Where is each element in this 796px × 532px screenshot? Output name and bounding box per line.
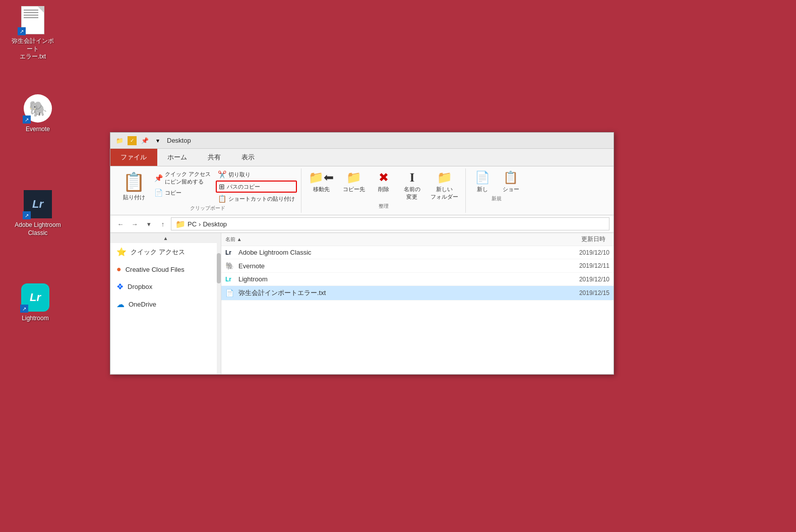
- address-bar: ← → ▾ ↑ 📁 PC › Desktop: [110, 215, 614, 233]
- delete-button[interactable]: ✖ 削除: [371, 169, 396, 194]
- sidebar-item-onedrive[interactable]: ☁ OneDrive: [110, 295, 221, 313]
- folder-icon: 📁: [114, 136, 125, 146]
- move-to-icon: 📁⬅: [309, 170, 334, 185]
- file-icon-yayoi: 📄: [225, 289, 235, 297]
- copy-icon: 📄: [154, 189, 163, 197]
- creative-cloud-label: Creative Cloud Files: [126, 266, 185, 273]
- sidebar-scrollbar-thumb[interactable]: [217, 253, 221, 283]
- sidebar-item-creative-cloud[interactable]: ● Creative Cloud Files: [110, 261, 221, 278]
- new-item-icon: 📄: [475, 170, 490, 185]
- ribbon-tabs: ファイル ホーム 共有 表示: [110, 149, 614, 166]
- main-content: ▲ ⭐ クイック アクセス ● Creative Cloud Files ❖ D…: [110, 233, 614, 374]
- sidebar-item-quick-access[interactable]: ⭐ クイック アクセス: [110, 243, 221, 261]
- copy-to-label: コピー先: [343, 186, 365, 193]
- paste-button[interactable]: 📋 貼り付け: [118, 169, 149, 203]
- file-row[interactable]: Lr Adobe Lightroom Classic 2019/12/10: [221, 246, 614, 259]
- organize-items: 📁⬅ 移動先 📁 コピー先 ✖ 削除 𝐈: [305, 169, 461, 202]
- path-copy-icon: ⊞: [219, 183, 225, 191]
- address-path[interactable]: 📁 PC › Desktop: [171, 217, 609, 230]
- rename-button[interactable]: 𝐈 名前の変更: [399, 169, 424, 202]
- shortcut-button[interactable]: 📋 ショー: [498, 169, 523, 194]
- sidebar-item-dropbox[interactable]: ❖ Dropbox: [110, 278, 221, 295]
- back-button[interactable]: ←: [114, 218, 127, 230]
- shortcut-arrow-evernote: ↗: [23, 115, 31, 124]
- dropdown-icon[interactable]: ▾: [153, 136, 163, 146]
- cut-icon: ✂️: [218, 170, 226, 179]
- copy-to-button[interactable]: 📁 コピー先: [340, 169, 368, 194]
- file-name-lightroom: Lightroom: [238, 275, 549, 283]
- dropbox-label: Dropbox: [128, 283, 152, 290]
- up-button[interactable]: ↑: [157, 218, 169, 230]
- ribbon-group-clipboard: 📋 貼り付け 📌 クイック アクセスにピン留めする 📄 コピ: [114, 168, 301, 213]
- new-item-button[interactable]: 📄 新し: [470, 169, 495, 194]
- organize-label: 整理: [379, 203, 389, 210]
- tab-file[interactable]: ファイル: [110, 149, 157, 166]
- shortcut-paste-label: ショートカットの貼り付け: [228, 195, 295, 203]
- paste-label: 貼り付け: [123, 194, 145, 201]
- path-desktop: Desktop: [203, 220, 227, 228]
- path-pc: PC: [188, 220, 197, 228]
- shortcut-arrow: ↗: [18, 27, 26, 35]
- col-date-header[interactable]: 更新日時: [549, 235, 609, 244]
- file-row[interactable]: 🐘 Evernote 2019/12/11: [221, 259, 614, 273]
- rename-label: 名前の変更: [404, 186, 420, 201]
- yayoi-file-label: 弥生会計インポートエラー.txt: [10, 37, 55, 61]
- tab-view[interactable]: 表示: [231, 149, 265, 166]
- file-row[interactable]: Lr Lightroom 2019/12/10: [221, 273, 614, 286]
- window-title: Desktop: [167, 137, 191, 144]
- lightroom-icon: Lr ↗: [20, 282, 50, 313]
- move-to-button[interactable]: 📁⬅ 移動先: [305, 169, 337, 194]
- quick-access-btn[interactable]: 📌 クイック アクセスにピン留めする: [152, 169, 213, 187]
- shortcut-paste-button[interactable]: 📋 ショートカットの貼り付け: [216, 194, 297, 204]
- desktop-icon-lr-classic[interactable]: Lr ↗ Adobe LightroomClassic: [5, 189, 71, 237]
- shortcut-icon: 📋: [503, 170, 518, 185]
- move-to-label: 移動先: [313, 186, 330, 193]
- title-bar-icons: 📁 ✓ 📌 ▾: [114, 136, 163, 146]
- tab-home[interactable]: ホーム: [157, 149, 198, 166]
- cut-path-group: ✂️ 切り取り ⊞ パスのコピー 📋 ショートカットの貼り付け: [216, 169, 297, 204]
- small-buttons: 📌 クイック アクセスにピン留めする 📄 コピー: [152, 169, 213, 198]
- clipboard-items: 📋 貼り付け 📌 クイック アクセスにピン留めする 📄 コピ: [118, 169, 297, 204]
- file-icon-lightroom: Lr: [225, 276, 235, 283]
- copy-to-icon: 📁: [346, 170, 361, 185]
- tab-share[interactable]: 共有: [198, 149, 231, 166]
- file-list-header: 名前 ▲ 更新日時: [221, 233, 614, 246]
- new-folder-icon: 📁: [437, 170, 452, 185]
- path-folder-icon: 📁: [175, 219, 186, 229]
- rename-icon: 𝐈: [410, 170, 414, 185]
- forward-button[interactable]: →: [129, 218, 141, 230]
- col-name-label: 名前: [225, 237, 235, 242]
- recent-locations-button[interactable]: ▾: [143, 218, 155, 230]
- desktop-icon-lightroom[interactable]: Lr ↗ Lightroom: [10, 282, 60, 323]
- col-name-header[interactable]: 名前 ▲: [225, 236, 549, 243]
- new-folder-button[interactable]: 📁 新しいフォルダー: [427, 169, 461, 202]
- lr-classic-label: Adobe LightroomClassic: [15, 221, 60, 237]
- creative-cloud-icon: ●: [116, 265, 121, 274]
- sidebar: ▲ ⭐ クイック アクセス ● Creative Cloud Files ❖ D…: [110, 233, 221, 374]
- file-row-selected[interactable]: 📄 弥生会計インポートエラー.txt 2019/12/15: [221, 286, 614, 301]
- file-name-yayoi: 弥生会計インポートエラー.txt: [238, 288, 549, 298]
- cut-button[interactable]: ✂️ 切り取り: [216, 169, 297, 180]
- quick-access-label: クイック アクセス: [131, 248, 185, 257]
- file-icon-lr-classic: Lr: [225, 249, 235, 256]
- file-date-lr-classic: 2019/12/10: [549, 249, 609, 256]
- path-copy-button[interactable]: ⊞ パスのコピー: [216, 181, 297, 193]
- file-list: 名前 ▲ 更新日時 Lr Adobe Lightroom Classic 201…: [221, 233, 614, 374]
- scroll-up-button[interactable]: ▲: [110, 233, 221, 243]
- delete-icon: ✖: [379, 170, 389, 185]
- file-name-evernote: Evernote: [238, 262, 549, 270]
- copy-button[interactable]: 📄 コピー: [152, 188, 213, 198]
- sidebar-scrollbar: [217, 243, 221, 374]
- lightroom-label: Lightroom: [22, 315, 48, 323]
- file-date-lightroom: 2019/12/10: [549, 276, 609, 283]
- shortcut-label: ショー: [503, 186, 519, 193]
- desktop-icon-yayoi[interactable]: ↗ 弥生会計インポートエラー.txt: [10, 5, 55, 61]
- evernote-label: Evernote: [26, 126, 50, 134]
- desktop-icon-evernote[interactable]: 🐘 ↗ Evernote: [10, 93, 66, 134]
- onedrive-label: OneDrive: [129, 301, 156, 308]
- ribbon-group-new: 📄 新し 📋 ショー 新規: [466, 168, 527, 213]
- pin-icon: 📌: [140, 136, 150, 146]
- file-date-evernote: 2019/12/11: [549, 262, 609, 269]
- delete-label: 削除: [378, 186, 389, 193]
- quick-access-label: クイック アクセスにピン留めする: [165, 170, 211, 186]
